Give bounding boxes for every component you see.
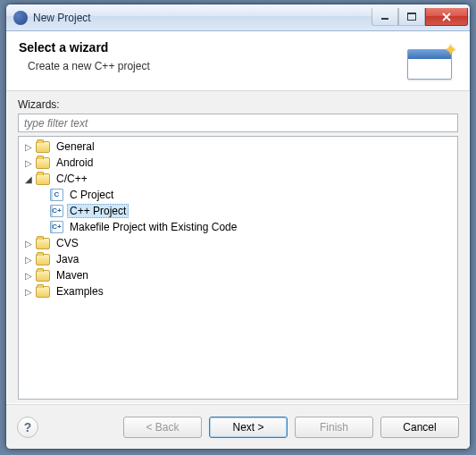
cancel-button[interactable]: Cancel <box>380 417 459 438</box>
filter-input[interactable] <box>18 114 458 132</box>
window-title: New Project <box>33 12 91 24</box>
chevron-down-icon: ◢ <box>22 173 35 185</box>
help-icon: ? <box>24 420 32 434</box>
svg-rect-2 <box>407 13 416 14</box>
wizards-label: Wizards: <box>18 98 458 111</box>
chevron-right-icon: ▷ <box>22 253 35 265</box>
folder-icon <box>36 286 50 298</box>
banner-heading: Select a wizard <box>19 40 393 55</box>
chevron-right-icon: ▷ <box>22 285 35 298</box>
next-button[interactable]: Next > <box>209 417 288 438</box>
chevron-right-icon: ▷ <box>22 156 35 169</box>
tree-item-maven[interactable]: ▷ Maven <box>19 267 457 283</box>
chevron-right-icon: ▷ <box>22 237 35 249</box>
back-button[interactable]: < Back <box>123 417 202 438</box>
wizard-tree[interactable]: ▷ General ▷ Android <box>18 136 458 400</box>
banner-subtext: Create a new C++ project <box>28 60 393 72</box>
tree-label: Java <box>54 252 81 266</box>
tree-item-examples[interactable]: ▷ Examples <box>19 283 457 299</box>
close-icon <box>441 13 452 21</box>
chevron-right-icon: ▷ <box>22 140 35 153</box>
folder-icon <box>36 254 50 265</box>
help-button[interactable]: ? <box>17 417 38 438</box>
tree-item-general[interactable]: ▷ General <box>19 139 457 155</box>
banner: Select a wizard Create a new C++ project… <box>6 31 470 91</box>
close-button[interactable] <box>425 8 468 26</box>
tree-item-c-project[interactable]: ▷ C C Project <box>19 187 457 203</box>
tree-label: C++ Project <box>67 204 129 218</box>
folder-icon <box>36 238 50 249</box>
titlebar[interactable]: New Project <box>6 4 470 31</box>
tree-item-cpp-project[interactable]: ▷ C+ C++ Project <box>19 203 457 219</box>
minimize-button[interactable] <box>372 8 398 26</box>
makefile-project-icon: C+ <box>50 221 63 233</box>
tree-item-android[interactable]: ▷ Android <box>19 155 457 171</box>
app-icon <box>13 11 28 25</box>
tree-item-java[interactable]: ▷ Java <box>19 251 457 267</box>
c-project-icon: C <box>50 189 63 201</box>
folder-icon <box>36 157 50 169</box>
tree-label: General <box>54 139 97 154</box>
tree-label: Makefile Project with Existing Code <box>67 220 239 234</box>
chevron-right-icon: ▷ <box>22 269 35 282</box>
button-bar: ? < Back Next > Finish Cancel <box>6 404 470 449</box>
tree-label: C/C++ <box>54 172 90 186</box>
minimize-icon <box>380 13 389 21</box>
dialog-new-project: New Project Select a wizard Create a new… <box>5 4 471 450</box>
folder-icon <box>36 141 50 153</box>
folder-icon <box>36 173 50 185</box>
banner-image: ✦ <box>400 40 459 81</box>
tree-label: Android <box>54 156 96 170</box>
tree-label: Examples <box>54 284 106 299</box>
tree-label: C Project <box>67 188 116 202</box>
tree-item-ccpp[interactable]: ◢ C/C++ <box>19 171 457 187</box>
folder-icon <box>36 270 50 282</box>
finish-button[interactable]: Finish <box>295 417 373 438</box>
tree-item-makefile-project[interactable]: ▷ C+ Makefile Project with Existing Code <box>19 219 457 235</box>
star-icon: ✦ <box>444 40 457 60</box>
window-controls <box>372 9 470 26</box>
svg-rect-0 <box>381 18 388 20</box>
tree-item-cvs[interactable]: ▷ CVS <box>19 235 457 251</box>
content-area: Wizards: ▷ General ▷ <box>6 91 470 404</box>
tree-label: CVS <box>54 236 81 250</box>
cpp-project-icon: C+ <box>50 205 63 217</box>
tree-label: Maven <box>54 268 91 282</box>
maximize-button[interactable] <box>398 8 425 26</box>
maximize-icon <box>407 13 416 21</box>
